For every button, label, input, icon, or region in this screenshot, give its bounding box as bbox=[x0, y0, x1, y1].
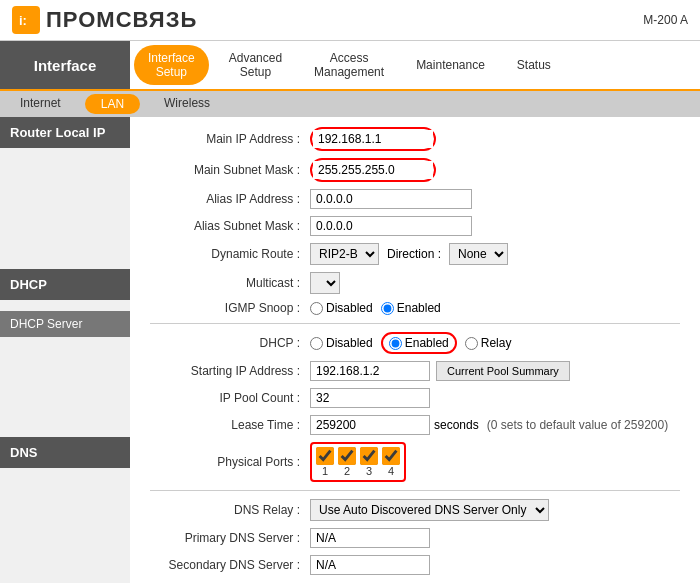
main-ip-row: Main IP Address : bbox=[150, 127, 680, 151]
port-2-box: 2 bbox=[338, 447, 356, 477]
secondary-dns-input[interactable] bbox=[310, 555, 430, 575]
nav-item-access-management[interactable]: Access Management bbox=[298, 41, 400, 89]
multicast-select[interactable] bbox=[310, 272, 340, 294]
port-1-label: 1 bbox=[322, 465, 328, 477]
dns-relay-row: DNS Relay : Use Auto Discovered DNS Serv… bbox=[150, 499, 680, 521]
main-subnet-row: Main Subnet Mask : bbox=[150, 158, 680, 182]
dhcp-enabled-radio[interactable] bbox=[389, 337, 402, 350]
igmp-disabled-label[interactable]: Disabled bbox=[310, 301, 373, 315]
port-1-checkbox[interactable] bbox=[316, 447, 334, 465]
dhcp-disabled-label[interactable]: Disabled bbox=[310, 336, 373, 350]
dhcp-relay-text: Relay bbox=[481, 336, 512, 350]
dhcp-label: DHCP : bbox=[150, 336, 310, 350]
dhcp-enabled-wrapper: Enabled bbox=[381, 332, 457, 354]
port-3-label: 3 bbox=[366, 465, 372, 477]
dns-relay-label: DNS Relay : bbox=[150, 503, 310, 517]
nav-item-line2: Management bbox=[314, 65, 384, 79]
direction-label: Direction : bbox=[387, 247, 441, 261]
igmp-enabled-label[interactable]: Enabled bbox=[381, 301, 441, 315]
port-4-label: 4 bbox=[388, 465, 394, 477]
sidebar-section-dns: DNS bbox=[0, 437, 130, 468]
lease-time-input[interactable] bbox=[310, 415, 430, 435]
port-4-box: 4 bbox=[382, 447, 400, 477]
primary-dns-label: Primary DNS Server : bbox=[150, 531, 310, 545]
dhcp-enabled-label[interactable]: Enabled bbox=[389, 336, 449, 350]
secondary-dns-row: Secondary DNS Server : bbox=[150, 555, 680, 575]
dynamic-route-select[interactable]: RIP2-B bbox=[310, 243, 379, 265]
logo-icon: i: bbox=[12, 6, 40, 34]
igmp-enabled-text: Enabled bbox=[397, 301, 441, 315]
igmp-disabled-radio[interactable] bbox=[310, 302, 323, 315]
igmp-snoop-row: IGMP Snoop : Disabled Enabled bbox=[150, 301, 680, 315]
sub-nav-lan[interactable]: LAN bbox=[85, 94, 140, 114]
divider-dhcp bbox=[150, 323, 680, 324]
alias-subnet-label: Alias Subnet Mask : bbox=[150, 219, 310, 233]
sidebar: Router Local IP DHCP DHCP Server DNS bbox=[0, 117, 130, 583]
primary-dns-input[interactable] bbox=[310, 528, 430, 548]
port-2-checkbox[interactable] bbox=[338, 447, 356, 465]
sidebar-section-dhcp-server: DHCP Server bbox=[0, 311, 130, 337]
sub-nav: Internet LAN Wireless bbox=[0, 91, 700, 117]
primary-dns-row: Primary DNS Server : bbox=[150, 528, 680, 548]
main-subnet-highlight bbox=[310, 158, 436, 182]
lease-time-unit: seconds bbox=[434, 418, 479, 432]
alias-ip-row: Alias IP Address : bbox=[150, 189, 680, 209]
ports-wrapper: 1 2 3 4 bbox=[310, 442, 406, 482]
starting-ip-row: Starting IP Address : Current Pool Summa… bbox=[150, 361, 680, 381]
pool-summary-button[interactable]: Current Pool Summary bbox=[436, 361, 570, 381]
dhcp-disabled-radio[interactable] bbox=[310, 337, 323, 350]
alias-subnet-input[interactable] bbox=[310, 216, 472, 236]
nav-item-status[interactable]: Status bbox=[501, 41, 567, 89]
content-area: Router Local IP DHCP DHCP Server DNS Mai… bbox=[0, 117, 700, 583]
dns-relay-select[interactable]: Use Auto Discovered DNS Server Only bbox=[310, 499, 549, 521]
ip-pool-row: IP Pool Count : bbox=[150, 388, 680, 408]
starting-ip-label: Starting IP Address : bbox=[150, 364, 310, 378]
main-subnet-input[interactable] bbox=[313, 161, 433, 179]
logo: i: ПРОМСВЯЗЬ bbox=[12, 6, 197, 34]
igmp-snoop-label: IGMP Snoop : bbox=[150, 301, 310, 315]
dhcp-relay-radio[interactable] bbox=[465, 337, 478, 350]
sub-nav-wireless[interactable]: Wireless bbox=[144, 91, 230, 117]
nav-item-line2: Setup bbox=[240, 65, 271, 79]
lease-time-note: (0 sets to default value of 259200) bbox=[487, 418, 668, 432]
ip-pool-label: IP Pool Count : bbox=[150, 391, 310, 405]
dhcp-enabled-text: Enabled bbox=[405, 336, 449, 350]
secondary-dns-label: Secondary DNS Server : bbox=[150, 558, 310, 572]
sidebar-section-router-local-ip: Router Local IP bbox=[0, 117, 130, 148]
nav-item-line1: Access bbox=[330, 51, 369, 65]
lease-time-row: Lease Time : seconds (0 sets to default … bbox=[150, 415, 680, 435]
nav-item-line1: Status bbox=[517, 58, 551, 72]
direction-select[interactable]: None bbox=[449, 243, 508, 265]
port-3-checkbox[interactable] bbox=[360, 447, 378, 465]
main-ip-input[interactable] bbox=[313, 130, 433, 148]
alias-ip-input[interactable] bbox=[310, 189, 472, 209]
alias-subnet-row: Alias Subnet Mask : bbox=[150, 216, 680, 236]
dhcp-relay-label[interactable]: Relay bbox=[465, 336, 512, 350]
dynamic-route-row: Dynamic Route : RIP2-B Direction : None bbox=[150, 243, 680, 265]
nav-interface-label: Interface bbox=[0, 41, 130, 89]
nav-item-line1: Maintenance bbox=[416, 58, 485, 72]
igmp-radio-group: Disabled Enabled bbox=[310, 301, 441, 315]
header: i: ПРОМСВЯЗЬ M-200 A bbox=[0, 0, 700, 41]
multicast-row: Multicast : bbox=[150, 272, 680, 294]
physical-ports-label: Physical Ports : bbox=[150, 455, 310, 469]
port-4-checkbox[interactable] bbox=[382, 447, 400, 465]
main-ip-label: Main IP Address : bbox=[150, 132, 310, 146]
igmp-enabled-radio[interactable] bbox=[381, 302, 394, 315]
sidebar-section-dhcp: DHCP bbox=[0, 269, 130, 300]
dhcp-row: DHCP : Disabled Enabled Relay bbox=[150, 332, 680, 354]
nav-item-interface-setup[interactable]: Interface Setup bbox=[134, 45, 209, 85]
nav-item-maintenance[interactable]: Maintenance bbox=[400, 41, 501, 89]
nav-item-line2: Setup bbox=[156, 65, 187, 79]
nav-item-advanced-setup[interactable]: Advanced Setup bbox=[213, 41, 298, 89]
main-content: Main IP Address : Main Subnet Mask : Ali… bbox=[130, 117, 700, 583]
dhcp-disabled-text: Disabled bbox=[326, 336, 373, 350]
alias-ip-label: Alias IP Address : bbox=[150, 192, 310, 206]
sub-nav-internet[interactable]: Internet bbox=[0, 91, 81, 117]
physical-ports-row: Physical Ports : 1 2 3 4 bbox=[150, 442, 680, 482]
svg-text:i:: i: bbox=[19, 13, 27, 28]
starting-ip-input[interactable] bbox=[310, 361, 430, 381]
main-subnet-label: Main Subnet Mask : bbox=[150, 163, 310, 177]
lease-time-label: Lease Time : bbox=[150, 418, 310, 432]
ip-pool-input[interactable] bbox=[310, 388, 430, 408]
